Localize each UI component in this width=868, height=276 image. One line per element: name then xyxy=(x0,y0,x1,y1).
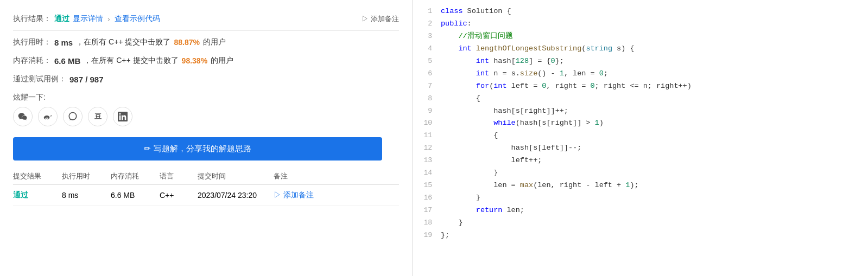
left-panel: 执行结果： 通过 显示详情 › 查看示例代码 ▷ 添加备注 执行用时： 8 ms… xyxy=(0,0,413,276)
code-line-7: 7 for(int left = 0, right = 0; right <= … xyxy=(413,80,868,93)
share-section: 炫耀一下: 豆 xyxy=(13,88,399,129)
code-line-12: 12 hash[s[left]]--; xyxy=(413,142,868,155)
memory-percent: 98.38% xyxy=(182,56,207,65)
show-detail-link[interactable]: 显示详情 xyxy=(73,14,103,24)
line-num-11: 11 xyxy=(417,130,432,142)
col-header-note: 备注 xyxy=(274,171,399,181)
code-content-15: len = max(len, right - left + 1); xyxy=(441,179,639,192)
table-header: 提交结果 执行用时 内存消耗 语言 提交时间 备注 xyxy=(13,171,399,185)
line-num-1: 1 xyxy=(417,5,432,17)
code-content-13: left++; xyxy=(441,155,542,167)
result-left: 执行结果： 通过 显示详情 › 查看示例代码 xyxy=(13,14,160,24)
code-line-1: 1 class Solution { xyxy=(413,5,868,18)
exec-result-label: 执行结果： xyxy=(13,14,51,24)
code-line-3: 3 //滑动窗口问题 xyxy=(413,30,868,43)
code-content-14: } xyxy=(441,167,498,179)
wechat-icon[interactable] xyxy=(13,107,33,126)
line-num-19: 19 xyxy=(417,229,432,241)
test-cases-label: 通过测试用例： xyxy=(13,74,66,84)
exec-time-row: 执行用时： 8 ms ，在所有 C++ 提交中击败了 88.87% 的用户 xyxy=(13,33,399,52)
code-line-2: 2 public: xyxy=(413,18,868,30)
line-num-7: 7 xyxy=(417,80,432,92)
line-num-12: 12 xyxy=(417,142,432,154)
code-line-10: 10 while(hash[s[right]] > 1) xyxy=(413,117,868,130)
code-content-17: return len; xyxy=(441,204,524,217)
memory-label: 内存消耗： xyxy=(13,56,51,66)
line-num-17: 17 xyxy=(417,204,432,216)
line-num-18: 18 xyxy=(417,217,432,229)
code-line-5: 5 int hash[128] = {0}; xyxy=(413,55,868,68)
code-content-18: } xyxy=(441,217,463,229)
code-line-16: 16 } xyxy=(413,192,868,204)
line-num-15: 15 xyxy=(417,179,432,191)
line-num-10: 10 xyxy=(417,117,432,129)
exec-time-percent: 88.87% xyxy=(174,38,199,47)
line-num-13: 13 xyxy=(417,155,432,166)
memory-row: 内存消耗： 6.6 MB ，在所有 C++ 提交中击败了 98.38% 的用户 xyxy=(13,52,399,70)
exec-time-value: 8 ms xyxy=(54,38,73,47)
line-num-3: 3 xyxy=(417,30,432,42)
exec-time-label: 执行用时： xyxy=(13,37,51,47)
code-panel: 1 class Solution { 2 public: 3 //滑动窗口问题 … xyxy=(413,0,868,276)
linkedin-icon[interactable] xyxy=(113,107,132,126)
code-content-12: hash[s[left]]--; xyxy=(441,142,581,155)
memory-desc: ，在所有 C++ 提交中击败了 xyxy=(84,56,178,66)
code-content-8: { xyxy=(441,93,480,105)
social-icons-group: 豆 xyxy=(13,107,399,126)
memory-value: 6.6 MB xyxy=(54,56,80,66)
col-header-date: 提交时间 xyxy=(198,171,274,181)
line-num-14: 14 xyxy=(417,167,432,179)
line-num-9: 9 xyxy=(417,105,432,117)
exec-time-suffix: 的用户 xyxy=(203,37,226,47)
code-line-15: 15 len = max(len, right - left + 1); xyxy=(413,179,868,192)
line-num-5: 5 xyxy=(417,55,432,67)
code-content-5: int hash[128] = {0}; xyxy=(441,55,564,68)
share-label: 炫耀一下: xyxy=(13,93,399,102)
add-note-label: ▷ 添加备注 xyxy=(362,14,399,24)
line-num-16: 16 xyxy=(417,192,432,204)
row-result: 通过 xyxy=(13,190,62,200)
code-content-7: for(int left = 0, right = 0; right <= n;… xyxy=(441,80,692,93)
weibo-icon[interactable] xyxy=(38,107,58,126)
code-line-8: 8 { xyxy=(413,93,868,105)
code-line-17: 17 return len; xyxy=(413,204,868,217)
code-line-6: 6 int n = s.size() - 1, len = 0; xyxy=(413,68,868,80)
col-header-lang: 语言 xyxy=(160,171,198,181)
code-content-4: int lengthOfLongestSubstring(string s) { xyxy=(441,43,635,55)
memory-suffix: 的用户 xyxy=(211,56,233,66)
code-line-9: 9 hash[s[right]]++; xyxy=(413,105,868,118)
add-note-button[interactable]: ▷ 添加备注 xyxy=(362,14,399,24)
line-num-8: 8 xyxy=(417,93,432,105)
col-header-memory: 内存消耗 xyxy=(111,171,160,181)
line-num-2: 2 xyxy=(417,18,432,30)
row-add-note[interactable]: ▷ 添加备注 xyxy=(274,190,399,200)
row-time: 8 ms xyxy=(62,191,111,200)
code-content-9: hash[s[right]]++; xyxy=(441,105,568,118)
code-content-1: class Solution { xyxy=(441,5,511,18)
view-example-link[interactable]: 查看示例代码 xyxy=(115,14,160,24)
qq-icon[interactable] xyxy=(63,107,83,126)
status-badge: 通过 xyxy=(54,14,69,24)
col-header-time: 执行用时 xyxy=(62,171,111,181)
douban-icon[interactable]: 豆 xyxy=(88,107,107,126)
code-content-6: int n = s.size() - 1, len = 0; xyxy=(441,68,608,80)
col-header-result: 提交结果 xyxy=(13,171,62,181)
code-content-19: }; xyxy=(441,229,449,242)
code-content-2: public: xyxy=(441,18,472,30)
code-content-11: { xyxy=(441,130,498,142)
line-num-6: 6 xyxy=(417,68,432,80)
code-line-19: 19 }; xyxy=(413,229,868,242)
test-cases-value: 987 / 987 xyxy=(69,75,104,84)
separator: › xyxy=(107,15,110,23)
table-row: 通过 8 ms 6.6 MB C++ 2023/07/24 23:20 ▷ 添加… xyxy=(13,185,399,206)
write-solution-button[interactable]: ✏ 写题解，分享我的解题思路 xyxy=(13,137,382,161)
code-content-3: //滑动窗口问题 xyxy=(441,30,513,43)
code-line-11: 11 { xyxy=(413,130,868,142)
code-line-14: 14 } xyxy=(413,167,868,179)
code-content-10: while(hash[s[right]] > 1) xyxy=(441,117,604,130)
row-lang: C++ xyxy=(160,191,198,200)
row-date: 2023/07/24 23:20 xyxy=(198,191,274,200)
code-line-13: 13 left++; xyxy=(413,155,868,167)
submission-table: 提交结果 执行用时 内存消耗 语言 提交时间 备注 通过 8 ms 6.6 MB… xyxy=(13,171,399,206)
code-line-18: 18 } xyxy=(413,217,868,229)
